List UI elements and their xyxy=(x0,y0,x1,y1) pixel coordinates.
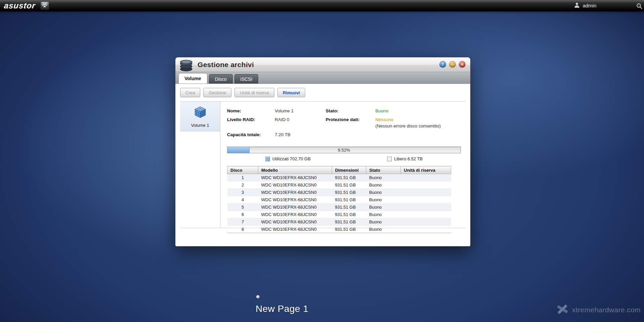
cell-stato: Buono xyxy=(366,189,401,196)
tab-iscsi[interactable]: iSCSI xyxy=(234,74,259,84)
user-name: admin xyxy=(583,3,596,8)
cell-dimensioni: 931.51 GB xyxy=(332,226,366,233)
capacita-label: Capacità totale: xyxy=(227,131,275,138)
legend-used: Utilizzati 702.70 GB xyxy=(265,156,311,161)
tab-volume[interactable]: Volume xyxy=(178,73,207,84)
cell-dimensioni: 931.51 GB xyxy=(332,189,366,196)
free-label: Libero 6.52 TB xyxy=(394,156,423,161)
cell-disco: 4 xyxy=(227,196,258,204)
table-row[interactable]: 1 WDC WD10EFRX-68JCSN0 931.51 GB Buono xyxy=(227,174,451,181)
cell-dimensioni: 931.51 GB xyxy=(332,218,366,226)
volume-list: Volume 1 xyxy=(180,102,220,228)
user-icon xyxy=(574,2,580,9)
desktop: asustor admin xyxy=(0,0,644,322)
raid-value: RAID 0 xyxy=(275,116,326,129)
used-swatch-icon xyxy=(265,157,270,161)
table-row[interactable]: 3 WDC WD10EFRX-68JCSN0 931.51 GB Buono xyxy=(227,189,451,196)
volume-details: Nome: Volume 1 Stato: Buono Livello RAID… xyxy=(227,108,461,138)
cell-modello: WDC WD10EFRX-68JCSN0 xyxy=(258,189,332,196)
desktop-menu-button[interactable] xyxy=(40,1,49,10)
table-row[interactable]: 2 WDC WD10EFRX-68JCSN0 931.51 GB Buono xyxy=(227,181,451,189)
cell-unita-di-riserva xyxy=(401,181,451,189)
help-icon[interactable]: ? xyxy=(439,61,446,68)
free-swatch-icon xyxy=(387,157,392,161)
close-icon[interactable]: ✕ xyxy=(459,61,466,68)
cell-unita-di-riserva xyxy=(401,189,451,196)
cell-disco: 6 xyxy=(227,211,258,218)
cell-stato: Buono xyxy=(366,204,401,211)
xtremehardware-logo-icon xyxy=(555,303,570,317)
usage-bar: 9.52% xyxy=(227,147,461,153)
cell-dimensioni: 931.51 GB xyxy=(332,181,366,189)
capacita-value: 7.20 TB xyxy=(275,131,326,138)
rimuovi-button[interactable]: Rimuovi xyxy=(277,88,305,97)
search-button[interactable] xyxy=(636,3,643,11)
usage-percent: 9.52% xyxy=(227,147,461,153)
window-titlebar[interactable]: Gestione archivi ? — ✕ xyxy=(175,57,470,72)
protezione-label: Protezione dati: xyxy=(326,116,375,129)
cell-modello: WDC WD10EFRX-68JCSN0 xyxy=(258,218,332,226)
minimize-icon[interactable]: — xyxy=(449,61,456,68)
volume-cube-icon xyxy=(193,115,207,121)
window-title: Gestione archivi xyxy=(198,61,254,69)
cell-disco: 3 xyxy=(227,189,258,196)
stato-value: Buono xyxy=(375,108,461,114)
stato-label: Stato: xyxy=(326,108,375,114)
cell-unita-di-riserva xyxy=(401,196,451,204)
cell-stato: Buono xyxy=(366,211,401,218)
volume-item-label: Volume 1 xyxy=(180,123,220,128)
user-menu[interactable]: admin xyxy=(574,2,640,9)
watermark: xtremehardware.com xyxy=(555,303,641,317)
cell-modello: WDC WD10EFRX-68JCSN0 xyxy=(258,204,332,211)
volume-content: Nome: Volume 1 Stato: Buono Livello RAID… xyxy=(220,102,466,228)
main-panel: Volume 1 Nome: Volume 1 Stato: Buono Liv… xyxy=(180,101,466,228)
tab-disco[interactable]: Disco xyxy=(209,74,233,84)
raid-label: Livello RAID: xyxy=(227,116,275,129)
cell-modello: WDC WD10EFRX-68JCSN0 xyxy=(258,211,332,218)
cell-unita-di-riserva xyxy=(401,211,451,218)
header-disco: Disco xyxy=(227,166,258,174)
volume-list-item[interactable]: Volume 1 xyxy=(180,102,220,131)
cell-stato: Buono xyxy=(366,226,401,233)
cell-modello: WDC WD10EFRX-68JCSN0 xyxy=(258,226,332,233)
cell-modello: WDC WD10EFRX-68JCSN0 xyxy=(258,174,332,181)
table-row[interactable]: 8 WDC WD10EFRX-68JCSN0 931.51 GB Buono xyxy=(227,226,451,233)
cell-disco: 8 xyxy=(227,226,258,233)
window-controls: ? — ✕ xyxy=(439,61,466,68)
header-stato: Stato xyxy=(366,166,401,174)
gestione-button[interactable]: Gestione xyxy=(203,88,231,97)
monitor-icon xyxy=(42,2,47,9)
usage-legend: Utilizzati 702.70 GB Libero 6.52 TB xyxy=(227,156,461,161)
storage-manager-window: Gestione archivi ? — ✕ Volume Disco iSCS… xyxy=(175,57,470,246)
desktop-dot-icon xyxy=(256,295,260,299)
header-dimensioni: Dimensioni xyxy=(332,166,366,174)
table-row[interactable]: 4 WDC WD10EFRX-68JCSN0 931.51 GB Buono xyxy=(227,196,451,204)
disk-table: Disco Modello Dimensioni Stato Unità di … xyxy=(227,166,451,233)
cell-dimensioni: 931.51 GB xyxy=(332,174,366,181)
header-modello: Modello xyxy=(258,166,332,174)
cell-unita-di-riserva xyxy=(401,226,451,233)
nome-label: Nome: xyxy=(227,108,275,114)
crea-button[interactable]: Crea xyxy=(180,88,200,97)
unita-di-riserva-button[interactable]: Unità di riserva xyxy=(234,88,274,97)
cell-dimensioni: 931.51 GB xyxy=(332,204,366,211)
table-row[interactable]: 7 WDC WD10EFRX-68JCSN0 931.51 GB Buono xyxy=(227,218,451,226)
nome-value: Volume 1 xyxy=(275,108,326,114)
taskbar: asustor admin xyxy=(0,0,644,11)
disk-stack-icon xyxy=(178,58,194,73)
cell-stato: Buono xyxy=(366,196,401,204)
cell-unita-di-riserva xyxy=(401,218,451,226)
cell-modello: WDC WD10EFRX-68JCSN0 xyxy=(258,181,332,189)
tab-strip: Volume Disco iSCSI xyxy=(175,72,470,84)
cell-unita-di-riserva xyxy=(401,174,451,181)
cell-stato: Buono xyxy=(366,218,401,226)
table-row[interactable]: 5 WDC WD10EFRX-68JCSN0 931.51 GB Buono xyxy=(227,204,451,211)
usage-section: 9.52% Utilizzati 702.70 GB Libero 6.52 T… xyxy=(227,147,461,161)
legend-free: Libero 6.52 TB xyxy=(387,156,423,161)
table-row[interactable]: 6 WDC WD10EFRX-68JCSN0 931.51 GB Buono xyxy=(227,211,451,218)
header-unita-di-riserva: Unità di riserva xyxy=(401,166,451,174)
cell-disco: 5 xyxy=(227,204,258,211)
watermark-text: xtremehardware.com xyxy=(572,306,641,314)
asustor-logo: asustor xyxy=(4,1,41,10)
toolbar: Crea Gestione Unità di riserva Rimuovi xyxy=(175,84,470,101)
